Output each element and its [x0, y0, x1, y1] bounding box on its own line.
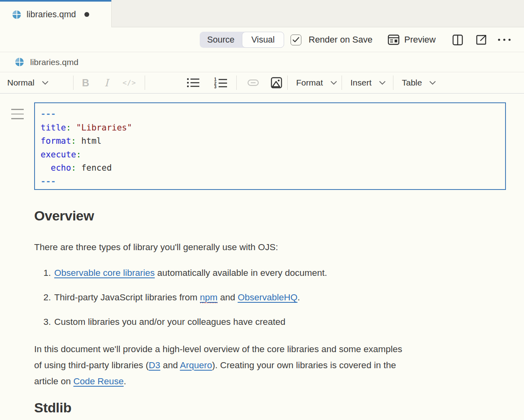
- breadcrumb-filename[interactable]: libraries.qmd: [30, 57, 78, 67]
- toolbar-separator: [342, 75, 342, 90]
- text-segment: title: [41, 123, 66, 133]
- insert-menu[interactable]: Insert: [350, 72, 386, 93]
- tab-strip-empty-area: [111, 0, 524, 27]
- yaml-line: ---: [41, 108, 505, 121]
- text-segment: "Libraries": [76, 123, 132, 133]
- formatting-toolbar: Normal B I </> 1 2 3: [0, 72, 524, 94]
- split-editor-button[interactable]: [452, 32, 463, 48]
- document-body[interactable]: Overview There are three types of librar…: [34, 201, 496, 416]
- block-drag-handle[interactable]: [11, 109, 24, 123]
- toolbar-separator: [145, 75, 145, 90]
- text-segment: ---: [41, 177, 56, 186]
- bulleted-list-button[interactable]: [187, 72, 200, 93]
- open-in-new-window-button[interactable]: [476, 32, 487, 48]
- text-segment: article on: [34, 376, 74, 386]
- preview-icon: [388, 35, 399, 45]
- chevron-down-icon: [330, 81, 337, 85]
- image-icon: [271, 77, 282, 88]
- text-segment: fenced: [76, 163, 112, 173]
- text-segment: echo: [51, 163, 71, 173]
- preview-label: Preview: [404, 35, 436, 45]
- text-segment: Third-party JavaScript libraries from: [54, 292, 200, 302]
- doc-link[interactable]: Code Reuse: [74, 376, 124, 386]
- yaml-line: execute:: [41, 148, 505, 162]
- text-segment: In this document we'll provide a high-le…: [34, 344, 402, 354]
- yaml-line: ---: [41, 175, 505, 189]
- text-segment: [71, 123, 76, 133]
- text-segment: execute: [41, 150, 76, 159]
- yaml-line: format: html: [41, 135, 505, 148]
- bold-button[interactable]: B: [82, 72, 89, 93]
- external-link-icon: [476, 35, 487, 45]
- tab-libraries-qmd[interactable]: libraries.qmd: [0, 0, 111, 27]
- doc-link[interactable]: ObservableHQ: [237, 292, 297, 302]
- text-segment: .: [297, 292, 300, 302]
- text-segment: format: [41, 136, 71, 146]
- insert-link-button[interactable]: [248, 72, 259, 93]
- text-segment: ). Creating your own libraries is covere…: [212, 360, 396, 370]
- text-segment: :: [71, 136, 76, 146]
- bulleted-list-icon: [187, 77, 200, 88]
- text-segment: :: [71, 163, 76, 173]
- editor-mode-toggle: Source Visual: [200, 32, 284, 48]
- numbered-list-icon: 1 2 3: [214, 77, 227, 88]
- breadcrumb: libraries.qmd: [0, 52, 524, 72]
- doc-link[interactable]: npm: [200, 292, 218, 303]
- list-item: Third-party JavaScript libraries from np…: [53, 292, 496, 303]
- text-segment: .: [124, 376, 126, 386]
- tab-title: libraries.qmd: [27, 10, 76, 20]
- doc-link[interactable]: Observable core libraries: [54, 268, 155, 278]
- link-icon: [248, 80, 259, 86]
- library-types-list: Observable core libraries automatically …: [34, 268, 496, 327]
- render-on-save-checkbox[interactable]: [291, 35, 301, 45]
- numbered-list-button[interactable]: 1 2 3: [214, 72, 227, 93]
- closing-paragraph: In this document we'll provide a high-le…: [34, 341, 496, 389]
- quarto-visual-editor: { "tab": { "title": "libraries.qmd", "mo…: [0, 0, 524, 420]
- tab-strip: libraries.qmd: [0, 0, 524, 27]
- render-on-save-control: Render on Save: [291, 32, 373, 48]
- text-segment: :: [66, 123, 71, 133]
- yaml-line: echo: fenced: [41, 161, 505, 175]
- format-menu[interactable]: Format: [296, 72, 337, 93]
- toolbar-separator: [236, 75, 237, 90]
- yaml-front-matter-block[interactable]: --- title: "Libraries" format: html exec…: [34, 102, 506, 190]
- preview-button[interactable]: Preview: [388, 32, 436, 48]
- text-segment: automatically available in every documen…: [155, 268, 327, 278]
- list-item: Custom libraries you and/or your colleag…: [53, 317, 496, 327]
- table-menu[interactable]: Table: [402, 72, 436, 93]
- quarto-file-icon: [12, 10, 21, 19]
- paragraph-style-dropdown[interactable]: Normal: [7, 72, 49, 93]
- code-button[interactable]: </>: [123, 72, 136, 93]
- visual-mode-button[interactable]: Visual: [242, 32, 284, 48]
- quarto-file-icon: [15, 58, 24, 66]
- doc-link[interactable]: Arquero: [180, 360, 212, 370]
- text-segment: [41, 163, 51, 173]
- text-segment: and: [217, 292, 237, 302]
- chevron-down-icon: [379, 81, 386, 85]
- insert-image-button[interactable]: [271, 72, 282, 93]
- split-view-icon: [452, 35, 463, 45]
- intro-paragraph: There are three types of library you'll …: [34, 242, 496, 253]
- render-on-save-label: Render on Save: [309, 35, 373, 45]
- toolbar-separator: [393, 75, 393, 90]
- text-segment: html: [76, 136, 102, 146]
- chevron-down-icon: [42, 81, 49, 85]
- text-segment: ---: [41, 109, 56, 119]
- checkmark-icon: [293, 37, 299, 43]
- overview-heading: Overview: [34, 208, 496, 224]
- text-segment: :: [76, 150, 82, 159]
- source-mode-button[interactable]: Source: [200, 32, 242, 48]
- yaml-line: title: "Libraries": [41, 121, 505, 135]
- unsaved-changes-indicator: [84, 12, 89, 17]
- ellipsis-icon: [497, 38, 511, 41]
- text-segment: Custom libraries you and/or your colleag…: [54, 317, 285, 327]
- more-options-button[interactable]: [497, 32, 511, 48]
- chevron-down-icon: [429, 81, 436, 85]
- doc-link[interactable]: D3: [149, 360, 160, 370]
- editor-toolbar: Source Visual Render on Save Preview: [0, 27, 524, 52]
- stdlib-heading: Stdlib: [34, 400, 496, 416]
- svg-text:3: 3: [214, 85, 217, 88]
- toolbar-separator: [287, 75, 288, 90]
- toolbar-separator: [73, 75, 74, 90]
- italic-button[interactable]: I: [104, 72, 108, 93]
